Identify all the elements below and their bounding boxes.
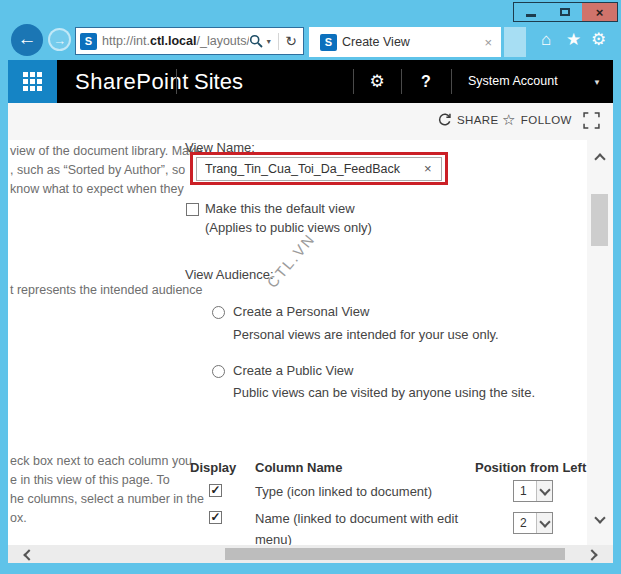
sharepoint-logo-icon: S <box>80 33 97 50</box>
sidebar-line: he columns, select a number in the <box>10 490 204 509</box>
address-bar-tools: ▼ ↻ <box>249 28 303 54</box>
search-icon <box>249 34 263 48</box>
favorites-star-icon[interactable]: ★ <box>566 30 581 50</box>
select-dropdown <box>536 513 552 533</box>
suitebar-divider <box>176 69 177 94</box>
header-column-name: Column Name <box>255 460 342 475</box>
url-domain: ctl.local <box>150 34 197 48</box>
suite-bar: SharePoint Sites ⚙ ? System Account ▼ <box>8 60 613 103</box>
close-button[interactable]: × <box>582 2 618 22</box>
suitebar-sites-link[interactable]: Sites <box>194 60 243 103</box>
chevron-left-icon <box>23 549 34 560</box>
back-arrow-icon: ← <box>18 28 37 49</box>
default-view-checkbox[interactable] <box>186 203 199 216</box>
close-icon: × <box>596 5 604 20</box>
forward-button[interactable]: → <box>48 28 71 51</box>
follow-button[interactable]: ☆ FOLLOW <box>502 112 572 127</box>
header-display: Display <box>190 460 236 475</box>
public-view-radio[interactable] <box>212 365 225 378</box>
refresh-button[interactable]: ↻ <box>285 33 297 49</box>
focus-icon <box>583 112 600 129</box>
select-dropdown <box>536 481 552 501</box>
sidebar-line: view of the document library. Make <box>10 142 202 161</box>
suitebar-divider <box>451 69 452 94</box>
scroll-down-button[interactable] <box>594 517 606 529</box>
view-audience-label: View Audience: <box>185 267 274 282</box>
sidebar-line: , such as “Sorted by Author”, so <box>10 161 202 180</box>
horizontal-scrollbar[interactable] <box>8 545 613 563</box>
suitebar-divider <box>353 69 354 94</box>
chevron-up-icon <box>594 153 605 164</box>
horizontal-scroll-thumb[interactable] <box>225 548 565 560</box>
search-caret-icon[interactable]: ▼ <box>265 38 272 45</box>
browser-tab[interactable]: S Create View × <box>309 27 501 57</box>
new-tab-button[interactable] <box>504 27 526 57</box>
sidebar-line: ox. <box>10 509 204 528</box>
follow-label: FOLLOW <box>521 114 572 126</box>
chevron-down-icon <box>539 484 550 495</box>
sidebar-description-3: eck box next to each column you e in thi… <box>10 452 204 528</box>
public-view-desc: Public views can be visited by anyone us… <box>233 385 535 400</box>
tab-close-icon[interactable]: × <box>482 35 494 50</box>
tab-sharepoint-icon: S <box>320 34 337 51</box>
watermark-text: CTL.VN <box>263 230 318 291</box>
url-prefix: http://int. <box>102 34 150 48</box>
maximize-icon <box>560 8 570 16</box>
address-bar[interactable]: S http://int.ctl.local/_layouts/ ▼ ↻ <box>75 27 304 55</box>
position-select-name[interactable]: 2 <box>513 512 553 534</box>
suitebar-gear-icon[interactable]: ⚙ <box>360 60 394 103</box>
check-icon: ✓ <box>210 483 220 497</box>
public-view-label: Create a Public View <box>233 363 353 378</box>
sidebar-description-2: t represents the intended audience <box>10 281 203 300</box>
suitebar-help-button[interactable]: ? <box>408 60 444 103</box>
suitebar-divider <box>401 69 402 94</box>
position-value: 2 <box>514 516 536 530</box>
account-caret-icon[interactable]: ▼ <box>593 79 601 87</box>
default-view-label: Make this the default view <box>205 201 355 216</box>
app-grid-icon <box>23 72 42 91</box>
position-select-type[interactable]: 1 <box>513 480 553 502</box>
minimize-button[interactable] <box>513 2 548 22</box>
personal-view-radio[interactable] <box>212 306 225 319</box>
address-divider <box>278 33 279 50</box>
minimize-icon <box>526 14 536 17</box>
url-text: http://int.ctl.local/_layouts/ <box>102 34 249 48</box>
focus-mode-button[interactable] <box>583 112 600 129</box>
sidebar-line: e in this view of this page. To <box>10 471 204 490</box>
check-icon: ✓ <box>210 510 220 524</box>
display-checkbox-type[interactable]: ✓ <box>209 484 222 497</box>
account-menu[interactable]: System Account <box>468 60 558 103</box>
app-launcher-button[interactable] <box>8 60 57 103</box>
vertical-scroll-thumb[interactable] <box>591 194 608 246</box>
header-position: Position from Left <box>475 460 586 475</box>
share-label: SHARE <box>457 114 499 126</box>
column-name-type: Type (icon linked to document) <box>255 481 495 502</box>
scroll-left-button[interactable] <box>22 549 34 561</box>
column-name-name: Name (linked to document with edit menu) <box>255 508 495 545</box>
scroll-right-button[interactable] <box>588 549 600 561</box>
sidebar-line: know what to expect when they <box>10 180 202 199</box>
display-checkbox-name[interactable]: ✓ <box>209 511 222 524</box>
back-button[interactable]: ← <box>11 24 43 56</box>
sidebar-description-1: view of the document library. Make , suc… <box>10 142 202 199</box>
share-icon <box>437 112 452 127</box>
home-icon[interactable]: ⌂ <box>541 30 551 50</box>
search-button[interactable] <box>249 34 263 48</box>
personal-view-label: Create a Personal View <box>233 304 369 319</box>
maximize-button[interactable] <box>547 2 583 22</box>
personal-view-desc: Personal views are intended for your use… <box>233 327 499 342</box>
tab-title: Create View <box>342 35 482 49</box>
suitebar-brand[interactable]: SharePoint <box>75 60 189 103</box>
chevron-down-icon <box>539 516 550 527</box>
default-view-note: (Applies to public views only) <box>205 220 372 235</box>
sidebar-line: eck box next to each column you <box>10 452 204 471</box>
page-content: view of the document library. Make , suc… <box>8 140 613 545</box>
share-button[interactable]: SHARE <box>437 112 499 127</box>
settings-gear-icon[interactable]: ⚙ <box>591 30 606 50</box>
sidebar-line: t represents the intended audience <box>10 281 203 300</box>
position-value: 1 <box>514 484 536 498</box>
scroll-up-button[interactable] <box>594 152 606 164</box>
red-highlight-annotation <box>190 152 448 185</box>
ribbon-bar: SHARE ☆ FOLLOW <box>8 103 613 140</box>
follow-star-icon: ☆ <box>502 112 516 127</box>
